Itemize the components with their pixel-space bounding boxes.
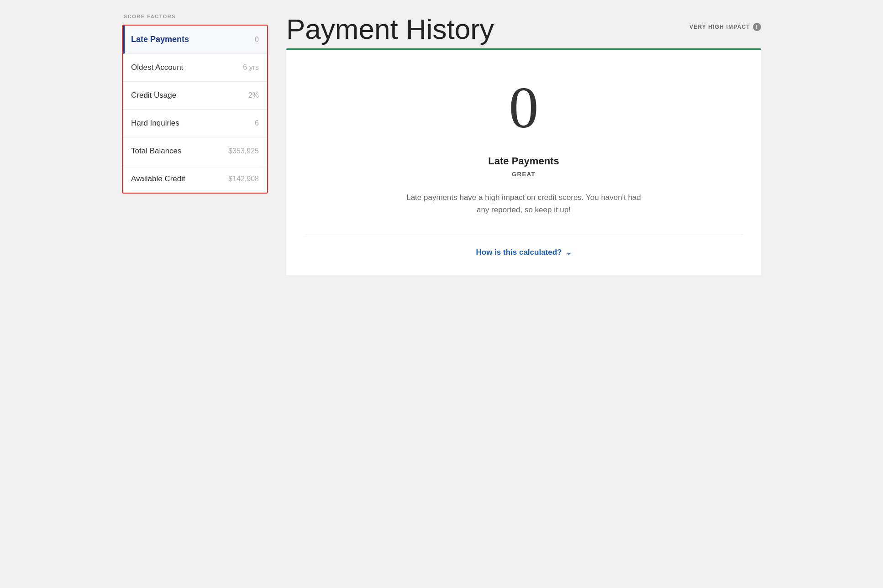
page-title: Payment History — [286, 14, 494, 45]
detail-description: Late payments have a high impact on cred… — [405, 191, 642, 216]
sidebar-item-late-payments[interactable]: Late Payments 0 — [123, 26, 267, 54]
sidebar-item-credit-usage[interactable]: Credit Usage 2% — [123, 82, 267, 110]
detail-status: GREAT — [512, 171, 536, 178]
sidebar-item-available-credit-label: Available Credit — [131, 174, 185, 184]
sidebar-item-available-credit[interactable]: Available Credit $142,908 — [123, 165, 267, 193]
info-icon-label: i — [756, 24, 758, 30]
sidebar-item-hard-inquiries-label: Hard Inquiries — [131, 119, 179, 128]
main-header: Payment History VERY HIGH IMPACT i — [286, 14, 761, 45]
big-number: 0 — [509, 78, 539, 137]
sidebar-item-total-balances-label: Total Balances — [131, 147, 182, 156]
card-divider — [305, 235, 743, 235]
sidebar-item-oldest-account-label: Oldest Account — [131, 63, 183, 72]
impact-badge: VERY HIGH IMPACT i — [689, 23, 761, 31]
sidebar-item-hard-inquiries-value: 6 — [255, 119, 259, 127]
sidebar: SCORE FACTORS Late Payments 0 Oldest Acc… — [122, 14, 268, 275]
score-factors-heading: SCORE FACTORS — [122, 14, 268, 19]
sidebar-list: Late Payments 0 Oldest Account 6 yrs Cre… — [122, 25, 268, 194]
page-container: SCORE FACTORS Late Payments 0 Oldest Acc… — [122, 14, 761, 275]
sidebar-item-oldest-account-value: 6 yrs — [243, 63, 259, 72]
impact-label: VERY HIGH IMPACT — [689, 24, 750, 30]
sidebar-item-total-balances[interactable]: Total Balances $353,925 — [123, 137, 267, 165]
sidebar-item-total-balances-value: $353,925 — [228, 147, 259, 155]
detail-title: Late Payments — [488, 155, 559, 167]
sidebar-item-available-credit-value: $142,908 — [228, 175, 259, 183]
sidebar-item-hard-inquiries[interactable]: Hard Inquiries 6 — [123, 110, 267, 137]
main-content: Payment History VERY HIGH IMPACT i 0 Lat… — [286, 14, 761, 275]
sidebar-item-credit-usage-value: 2% — [248, 91, 259, 100]
chevron-down-icon: ⌄ — [566, 248, 572, 257]
sidebar-item-oldest-account[interactable]: Oldest Account 6 yrs — [123, 54, 267, 82]
sidebar-item-late-payments-label: Late Payments — [131, 35, 189, 44]
how-calculated-button[interactable]: How is this calculated? ⌄ — [476, 248, 572, 257]
sidebar-item-late-payments-value: 0 — [255, 36, 259, 44]
sidebar-item-credit-usage-label: Credit Usage — [131, 91, 176, 100]
how-calculated-label: How is this calculated? — [476, 248, 562, 257]
detail-card: 0 Late Payments GREAT Late payments have… — [286, 50, 761, 275]
info-icon[interactable]: i — [753, 23, 761, 31]
